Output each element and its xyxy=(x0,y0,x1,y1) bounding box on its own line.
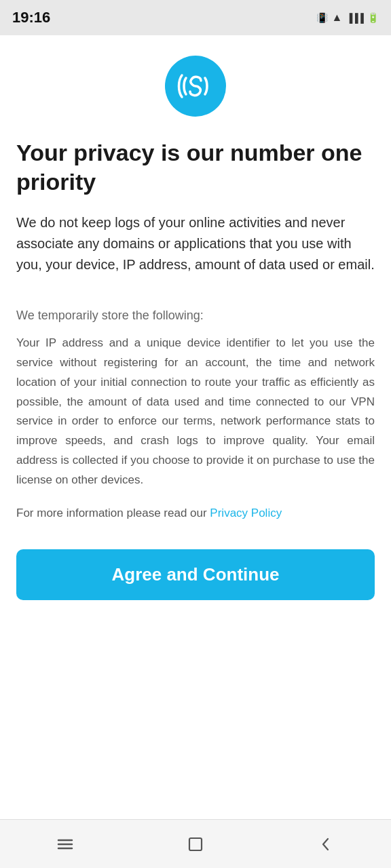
status-time: 19:16 xyxy=(12,9,50,26)
signal-icon: ▐▐▐ xyxy=(346,13,363,23)
detail-paragraph: Your IP address and a unique device iden… xyxy=(16,334,375,490)
status-icons: 📳 ▲ ▐▐▐ 🔋 xyxy=(316,12,379,24)
bottom-nav-bar xyxy=(0,819,391,868)
svg-rect-3 xyxy=(189,838,202,850)
vibrate-icon: 📳 xyxy=(316,12,328,23)
nav-back-button[interactable] xyxy=(309,827,343,861)
wifi-icon: ▲ xyxy=(332,12,343,24)
nav-home-button[interactable] xyxy=(179,827,212,861)
privacy-policy-link[interactable]: Privacy Policy xyxy=(210,507,282,519)
privacy-link-line: For more information please read our Pri… xyxy=(16,504,375,522)
battery-icon: 🔋 xyxy=(367,12,379,23)
logo-svg-icon xyxy=(175,66,216,106)
menu-icon xyxy=(56,835,75,854)
agree-continue-button[interactable]: Agree and Continue xyxy=(16,549,375,600)
home-square-icon xyxy=(186,835,205,854)
body-paragraph: We do not keep logs of your online activ… xyxy=(16,212,375,275)
temporary-store-label: We temporarily store the following: xyxy=(16,307,375,326)
nav-menu-button[interactable] xyxy=(48,827,82,861)
page-heading: Your privacy is our number one priority xyxy=(16,138,375,196)
logo-container xyxy=(16,56,375,117)
app-logo xyxy=(165,56,226,117)
spacer xyxy=(16,294,375,307)
back-arrow-icon xyxy=(316,835,335,854)
privacy-link-prefix: For more information please read our xyxy=(16,507,210,519)
main-content: Your privacy is our number one priority … xyxy=(0,35,391,819)
status-bar: 19:16 📳 ▲ ▐▐▐ 🔋 xyxy=(0,0,391,35)
